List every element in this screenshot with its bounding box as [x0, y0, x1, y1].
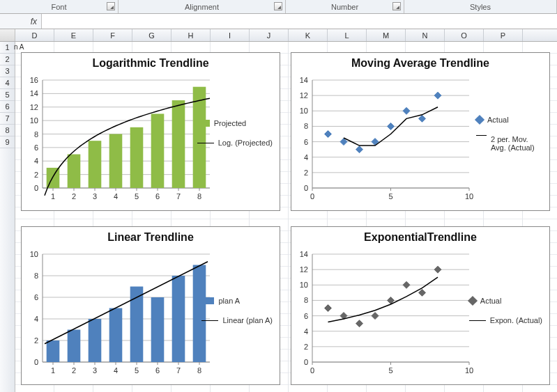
row-header[interactable]: 2 — [0, 54, 15, 65]
svg-rect-32 — [130, 127, 144, 188]
col-header[interactable]: N — [406, 29, 445, 41]
svg-text:0: 0 — [310, 366, 314, 375]
formula-bar: fx — [0, 14, 557, 29]
dialog-launcher-icon[interactable] — [274, 2, 282, 10]
svg-rect-91 — [109, 308, 123, 363]
formula-input[interactable] — [42, 14, 557, 29]
legend-swatch — [197, 143, 214, 143]
chart-linear[interactable]: Linear Trendline 024681012345678 plan A … — [21, 226, 280, 385]
svg-text:8: 8 — [197, 366, 201, 375]
svg-text:12: 12 — [300, 265, 308, 274]
svg-text:4: 4 — [34, 315, 38, 323]
svg-text:0: 0 — [34, 358, 38, 366]
select-all-corner[interactable] — [0, 29, 15, 41]
svg-text:2: 2 — [304, 343, 308, 351]
legend-label: Linear (plan A) — [222, 316, 273, 324]
svg-rect-82 — [47, 340, 60, 362]
svg-rect-29 — [109, 134, 123, 189]
chart-title: Logarithmic Trendline — [22, 53, 280, 70]
svg-text:6: 6 — [155, 192, 160, 201]
col-header[interactable]: E — [54, 29, 93, 41]
svg-text:8: 8 — [304, 296, 308, 304]
ribbon-group-number[interactable]: Number — [286, 0, 404, 13]
svg-text:6: 6 — [304, 312, 308, 320]
chart-legend: plan A Linear (plan A) — [201, 297, 273, 336]
col-header[interactable]: H — [171, 29, 211, 41]
row-header[interactable]: 4 — [0, 77, 15, 89]
svg-rect-100 — [172, 276, 185, 362]
chart-moving-average[interactable]: Moving Average Trendline 024681012140510… — [291, 52, 550, 211]
svg-rect-38 — [172, 100, 185, 188]
svg-text:16: 16 — [30, 76, 38, 84]
legend-swatch — [197, 120, 210, 127]
col-header[interactable]: L — [328, 29, 367, 41]
ribbon-group-alignment[interactable]: Alignment — [119, 0, 286, 13]
legend-label: Log. (Projected) — [218, 139, 273, 147]
row-header[interactable]: 7 — [0, 113, 15, 125]
worksheet-area[interactable]: 1 2 3 4 5 6 7 8 9 n A Logarithmic Trendl… — [0, 42, 557, 392]
svg-text:4: 4 — [114, 366, 118, 375]
col-header[interactable]: I — [211, 29, 250, 41]
ribbon-group-styles[interactable]: Styles — [404, 0, 557, 13]
cell-grid[interactable]: n A Logarithmic Trendline 02468101214161… — [15, 42, 557, 392]
chart-title: ExponentialTrendline — [291, 227, 549, 244]
svg-text:1: 1 — [51, 192, 55, 201]
row-header[interactable]: 8 — [0, 125, 15, 136]
row-headers: 1 2 3 4 5 6 7 8 9 — [0, 42, 15, 392]
row-header[interactable]: 9 — [0, 136, 15, 148]
fx-label[interactable]: fx — [0, 14, 42, 29]
legend-swatch — [468, 296, 478, 306]
col-header[interactable]: D — [15, 29, 54, 41]
legend-swatch — [475, 115, 484, 125]
legend-label: 2 per. Mov. Avg. (Actual) — [491, 135, 542, 152]
svg-text:10: 10 — [465, 366, 473, 375]
row-header[interactable]: 6 — [0, 101, 15, 113]
svg-text:10: 10 — [30, 116, 38, 125]
svg-text:0: 0 — [34, 184, 38, 192]
col-header[interactable]: F — [93, 29, 132, 41]
row-header[interactable]: 1 — [0, 42, 15, 54]
svg-text:0: 0 — [304, 184, 308, 192]
svg-text:5: 5 — [135, 192, 139, 201]
row-header[interactable]: 3 — [0, 65, 15, 77]
svg-text:8: 8 — [34, 130, 38, 139]
svg-text:7: 7 — [176, 366, 181, 375]
svg-text:6: 6 — [304, 138, 308, 146]
chart-legend: Actual Expon. (Actual) — [469, 297, 542, 336]
ribbon-group-label: Number — [331, 3, 358, 11]
svg-text:8: 8 — [304, 122, 308, 130]
svg-text:14: 14 — [300, 250, 308, 258]
col-header[interactable]: P — [484, 29, 523, 41]
chart-title: Moving Average Trendline — [291, 53, 549, 70]
col-header[interactable]: G — [132, 29, 171, 41]
svg-text:14: 14 — [300, 76, 308, 84]
svg-text:10: 10 — [300, 281, 308, 289]
chart-title: Linear Trendline — [22, 227, 280, 244]
dialog-launcher-icon[interactable] — [107, 2, 115, 10]
svg-text:6: 6 — [155, 366, 160, 375]
svg-text:0: 0 — [310, 192, 314, 201]
legend-swatch — [476, 135, 487, 136]
svg-rect-26 — [89, 141, 102, 188]
svg-rect-85 — [68, 330, 81, 363]
svg-text:4: 4 — [114, 192, 118, 201]
svg-text:12: 12 — [300, 91, 308, 100]
dialog-launcher-icon[interactable] — [392, 2, 401, 10]
row-header[interactable]: 5 — [0, 89, 15, 101]
svg-text:1: 1 — [51, 366, 55, 375]
svg-text:8: 8 — [34, 272, 38, 280]
col-header[interactable]: J — [250, 29, 289, 41]
svg-text:10: 10 — [300, 107, 308, 115]
col-header[interactable]: O — [445, 29, 484, 41]
legend-swatch — [469, 320, 486, 321]
legend-swatch — [201, 297, 214, 304]
ribbon-group-font[interactable]: Font — [0, 0, 119, 13]
svg-text:2: 2 — [304, 168, 308, 177]
chart-legend: Actual 2 per. Mov. Avg. (Actual) — [476, 116, 542, 163]
svg-text:5: 5 — [135, 366, 139, 375]
col-header[interactable]: M — [367, 29, 406, 41]
partial-cell-text: n A — [14, 43, 24, 51]
col-header[interactable]: K — [289, 29, 328, 41]
chart-exponential[interactable]: ExponentialTrendline 024681012140510 Act… — [291, 226, 550, 385]
chart-logarithmic[interactable]: Logarithmic Trendline 024681012141612345… — [21, 52, 280, 211]
